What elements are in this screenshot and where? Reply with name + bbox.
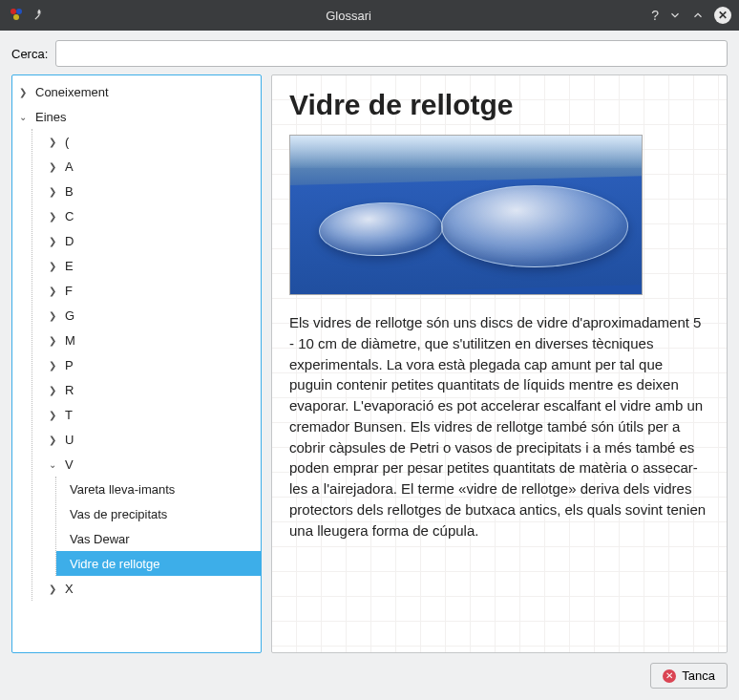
tree-node-m[interactable]: ❯M (32, 328, 261, 352)
tree-leaf-vareta[interactable]: Vareta lleva-imants (56, 477, 261, 501)
tree-node-x[interactable]: ❯X (32, 576, 261, 601)
tree-leaf-vas-dewar[interactable]: Vas Dewar (56, 526, 261, 551)
chevron-down-icon: ⌄ (46, 459, 59, 470)
chevron-right-icon: ❯ (46, 211, 59, 222)
search-input[interactable] (55, 40, 728, 67)
tree-node-f[interactable]: ❯F (32, 278, 261, 303)
tree-node-paren[interactable]: ❯( (32, 129, 261, 154)
chevron-right-icon: ❯ (46, 583, 59, 594)
tree-node-r[interactable]: ❯R (32, 377, 261, 402)
tree-node-coneixement[interactable]: ❯ Coneixement (12, 79, 261, 104)
tree-node-e[interactable]: ❯E (32, 253, 261, 278)
chevron-right-icon: ❯ (46, 335, 59, 346)
close-icon: ✕ (663, 669, 676, 683)
tree-node-v[interactable]: ⌄V (32, 452, 261, 477)
minimize-icon[interactable] (668, 9, 682, 22)
chevron-right-icon: ❯ (46, 385, 59, 395)
search-row: Cerca: (11, 40, 728, 67)
tree-node-d[interactable]: ❯D (32, 228, 261, 253)
chevron-right-icon: ❯ (46, 410, 59, 420)
chevron-right-icon: ❯ (46, 186, 59, 197)
chevron-right-icon: ❯ (46, 161, 59, 172)
chevron-right-icon: ❯ (46, 435, 59, 445)
pin-icon[interactable] (32, 9, 46, 22)
tree-node-eines[interactable]: ⌄ Eines (12, 104, 261, 129)
chevron-down-icon: ⌄ (16, 112, 30, 122)
close-button[interactable]: ✕ Tanca (650, 663, 728, 689)
svg-point-0 (11, 9, 16, 14)
content-image (289, 135, 643, 295)
tree-leaf-vidre-rellotge[interactable]: Vidre de rellotge (56, 551, 261, 576)
chevron-right-icon: ❯ (46, 310, 59, 321)
help-icon[interactable]: ? (651, 8, 659, 23)
chevron-right-icon: ❯ (46, 236, 59, 246)
chevron-right-icon: ❯ (46, 261, 59, 271)
maximize-icon[interactable] (691, 9, 705, 22)
tree-node-a[interactable]: ❯A (32, 154, 261, 179)
close-window-icon[interactable]: ✕ (714, 7, 731, 24)
tree-node-t[interactable]: ❯T (32, 402, 261, 427)
chevron-right-icon: ❯ (46, 360, 59, 371)
app-icon (8, 6, 25, 26)
tree-node-g[interactable]: ❯G (32, 303, 261, 328)
window-title: Glossari (53, 9, 644, 23)
tree-panel[interactable]: ❯ Coneixement ⌄ Eines ❯( ❯A ❯B ❯C ❯D (11, 74, 262, 653)
titlebar: Glossari ? ✕ (0, 0, 739, 31)
svg-point-2 (13, 14, 19, 20)
tree-leaf-vas-precipitats[interactable]: Vas de precipitats (56, 501, 261, 526)
content-body: Els vidres de rellotge són uns discs de … (289, 312, 709, 541)
close-button-label: Tanca (682, 668, 715, 683)
tree-node-b[interactable]: ❯B (32, 179, 261, 203)
content-panel: Vidre de rellotge Els vidres de rellotge… (271, 74, 728, 653)
tree-node-p[interactable]: ❯P (32, 352, 261, 377)
tree-node-u[interactable]: ❯U (32, 427, 261, 452)
content-title: Vidre de rellotge (289, 89, 709, 121)
svg-point-1 (16, 9, 22, 14)
chevron-right-icon: ❯ (16, 87, 30, 97)
chevron-right-icon: ❯ (46, 137, 59, 147)
tree-node-c[interactable]: ❯C (32, 203, 261, 228)
search-label: Cerca: (11, 47, 48, 61)
chevron-right-icon: ❯ (46, 286, 59, 296)
